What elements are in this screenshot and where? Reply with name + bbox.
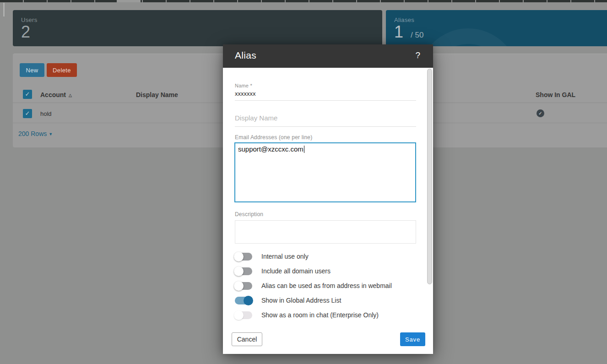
new-button[interactable]: New <box>20 63 44 77</box>
select-all-checkbox[interactable]: ✓ <box>23 90 32 99</box>
column-header-account[interactable]: Account△ <box>40 91 72 98</box>
toggle-show-as-room-in-chat[interactable]: Show as a room in chat (Enterprise Only) <box>235 310 392 320</box>
toggle-switch-icon <box>235 311 252 319</box>
rows-per-page-dropdown[interactable]: 200 Rows▼ <box>18 130 53 137</box>
display-name-input[interactable]: Display Name <box>235 114 277 122</box>
help-icon[interactable]: ? <box>415 50 420 60</box>
column-header-display-name[interactable]: Display Name <box>136 91 178 98</box>
name-input-underline <box>235 100 416 101</box>
toggle-alias-from-address[interactable]: Alias can be used as from address in web… <box>235 281 392 291</box>
description-label: Description <box>235 211 263 217</box>
text-cursor <box>304 146 304 153</box>
show-in-gal-check-icon: ✓ <box>537 109 544 117</box>
toggle-include-all-domain-users[interactable]: Include all domain users <box>235 266 392 276</box>
toggle-switch-icon <box>235 282 252 290</box>
aliases-stat-card[interactable]: Aliases 1 / 50 <box>386 10 607 46</box>
save-button[interactable]: Save <box>400 332 425 346</box>
display-name-underline <box>235 126 416 127</box>
cancel-button[interactable]: Cancel <box>232 332 262 346</box>
toggle-switch-icon <box>235 253 252 261</box>
aliases-count: 1 <box>394 22 403 42</box>
toggle-show-in-gal[interactable]: Show in Global Address List <box>235 295 392 305</box>
email-addresses-label: Email Addresses (one per line) <box>235 134 312 141</box>
aliases-limit: / 50 <box>411 31 423 40</box>
dialog-title: Alias <box>235 50 256 61</box>
users-count: 2 <box>21 22 30 42</box>
delete-button[interactable]: Delete <box>47 63 77 77</box>
column-header-show-in-gal[interactable]: Show In GAL <box>536 91 575 98</box>
toggle-switch-icon <box>235 267 252 275</box>
toggle-internal-use-only[interactable]: Internal use only <box>235 251 392 261</box>
email-addresses-textarea[interactable]: support@xzccxc.com <box>234 142 416 202</box>
alias-dialog: Alias ? Name * xxxxxxx Display Name Emai… <box>223 44 433 354</box>
name-field-label: Name * <box>235 83 252 88</box>
sort-asc-icon: △ <box>69 93 72 98</box>
browser-tab-strip[interactable] <box>0 0 607 2</box>
row-checkbox[interactable]: ✓ <box>23 109 32 118</box>
check-icon: ✓ <box>25 91 30 98</box>
active-tab[interactable] <box>117 0 141 2</box>
check-icon: ✓ <box>25 110 30 117</box>
modal-scrollbar[interactable] <box>427 69 432 284</box>
table-row-account-cell[interactable]: hold <box>40 110 52 117</box>
dialog-header: Alias ? <box>223 44 433 68</box>
toggle-switch-icon <box>235 297 252 304</box>
description-textarea[interactable] <box>235 220 416 244</box>
window-edge-scrollbar <box>3 3 5 16</box>
chevron-down-icon: ▼ <box>49 132 53 136</box>
toggle-list: Internal use only Include all domain use… <box>235 251 392 325</box>
name-input[interactable]: xxxxxxx <box>235 90 256 97</box>
users-stat-card[interactable]: Users 2 <box>13 10 382 46</box>
